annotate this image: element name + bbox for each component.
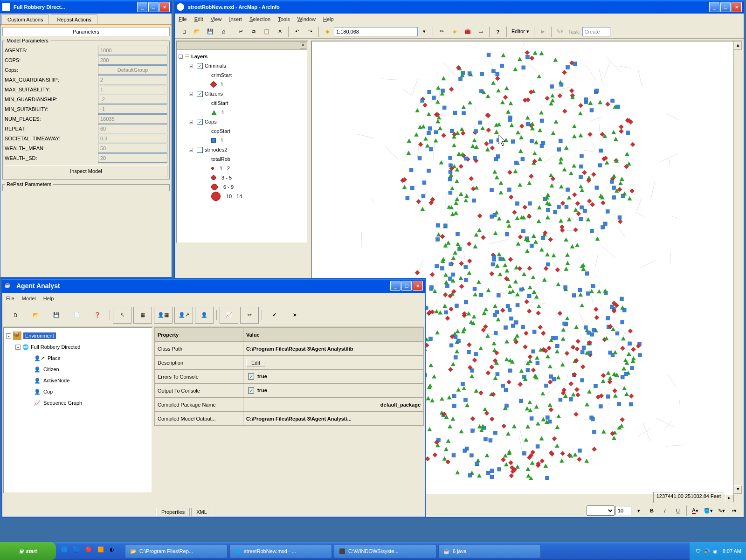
layer-checkbox[interactable]: ✓ <box>197 119 203 125</box>
sketch-tool-icon[interactable]: ✎▾ <box>554 26 566 37</box>
tree-node[interactable]: Place <box>48 355 61 361</box>
prop-value[interactable]: default_package <box>243 398 424 412</box>
layers-root[interactable]: Layers <box>191 54 207 59</box>
save-model-icon[interactable]: 💾 <box>47 307 66 324</box>
app-icon[interactable]: ◐ <box>110 546 119 556</box>
new-model-icon[interactable]: 🗋 <box>6 307 25 324</box>
model-tree[interactable]: - 📦 Environment - 🌐 Full Robbery Directe… <box>3 327 152 493</box>
param-input[interactable] <box>98 95 167 104</box>
tab-parameters[interactable]: Parameters <box>2 27 170 36</box>
prop-value[interactable]: C:\Program Files\Repast 3\Agent Analyst\… <box>243 342 424 356</box>
select-tool-icon[interactable]: ↖ <box>113 307 131 324</box>
font-size-input[interactable] <box>615 506 631 515</box>
maximize-button[interactable]: □ <box>148 2 159 12</box>
close-button[interactable]: × <box>159 2 170 12</box>
menu-view[interactable]: View <box>207 16 226 22</box>
param-input[interactable] <box>98 65 167 75</box>
scale-input[interactable] <box>334 27 418 36</box>
bold-icon[interactable]: B <box>646 505 657 516</box>
toc-body[interactable]: -☰Layers-✓Criminals crimStart1-✓Citizens… <box>177 50 307 243</box>
media-icon[interactable]: 🔴 <box>85 546 95 556</box>
menu-selection[interactable]: Selection <box>246 16 274 22</box>
tab-custom-actions[interactable]: Custom Actions <box>1 14 49 24</box>
param-input[interactable] <box>98 85 167 94</box>
prop-checkbox[interactable]: ✓ <box>248 387 254 394</box>
edit-icon[interactable]: ✏ <box>240 307 259 324</box>
minimize-button[interactable]: _ <box>390 281 401 291</box>
edit-tool-icon[interactable]: ▶ <box>537 26 548 37</box>
delete-icon[interactable]: ✕ <box>274 26 285 37</box>
new-icon[interactable]: 🗋 <box>179 26 190 37</box>
start-button[interactable]: ⊞start <box>0 542 56 560</box>
desktop-icon[interactable]: 🟧 <box>97 546 107 556</box>
collapse-icon[interactable]: - <box>6 333 11 339</box>
tray-icon[interactable]: ◉ <box>713 548 718 554</box>
param-input[interactable] <box>98 46 167 55</box>
tray-icon[interactable]: 🛡 <box>696 548 701 554</box>
marker-color-icon[interactable]: •▾ <box>729 505 740 516</box>
chart-icon[interactable]: 📈 <box>220 307 238 324</box>
editor-dropdown[interactable]: Editor ▾ <box>509 28 532 35</box>
tree-node[interactable]: Citizen <box>43 366 59 372</box>
help-icon[interactable]: ❓ <box>88 307 107 324</box>
print-icon[interactable]: 🖨 <box>218 26 229 37</box>
close-button[interactable]: × <box>413 281 423 291</box>
prop-value[interactable]: C:\Program Files\Repast 3\Agent Analyst\… <box>243 412 424 426</box>
layer-name[interactable]: Criminals <box>205 63 226 69</box>
ie2-icon[interactable]: 🟦 <box>73 546 83 556</box>
font-size-dropdown[interactable]: ▾ <box>633 505 644 516</box>
clock[interactable]: 8:07 AM <box>723 548 741 554</box>
param-input[interactable] <box>98 104 167 114</box>
param-input[interactable] <box>98 114 167 124</box>
gis-agent-icon[interactable]: 👤▦ <box>154 307 173 324</box>
underline-icon[interactable]: U <box>672 505 684 516</box>
minimize-button[interactable]: _ <box>137 2 147 12</box>
redo-icon[interactable]: ↷ <box>304 26 316 37</box>
line-color-icon[interactable]: ✎▾ <box>716 505 727 516</box>
agent-titlebar[interactable]: ☕ Agent Analyst _ □ × <box>2 279 425 293</box>
italic-icon[interactable]: I <box>659 505 670 516</box>
menu-tools[interactable]: Tools <box>274 16 294 22</box>
param-input[interactable] <box>98 75 167 84</box>
model-node[interactable]: Full Robbery Directed <box>31 344 80 350</box>
undo-icon[interactable]: ↶ <box>291 26 303 37</box>
save-icon[interactable]: 💾 <box>205 26 216 37</box>
collapse-icon[interactable]: - <box>15 345 21 350</box>
tree-node[interactable]: Cop <box>43 389 53 394</box>
tree-node[interactable]: Sequence Graph <box>43 400 82 406</box>
menu-file[interactable]: File <box>2 296 18 301</box>
taskbar-button[interactable]: 📂C:\Program Files\Rep... <box>125 544 228 558</box>
compile-icon[interactable]: ➤ <box>285 307 304 324</box>
editor-toolbar-icon[interactable]: ✏ <box>436 26 447 37</box>
font-select[interactable] <box>587 505 615 516</box>
cut-icon[interactable]: ✂ <box>235 26 246 37</box>
tray-icon[interactable]: 🔊 <box>704 548 710 554</box>
menu-help[interactable]: Help <box>40 296 58 301</box>
tab-repast-actions[interactable]: Repast Actions <box>51 14 97 24</box>
layer-name[interactable]: strnodes2 <box>205 147 227 152</box>
maximize-button[interactable]: □ <box>720 2 731 12</box>
param-input[interactable] <box>98 55 167 65</box>
system-tray[interactable]: 🛡 🔊 ◉ 8:07 AM <box>690 542 746 560</box>
export-icon[interactable]: 📄 <box>68 307 86 324</box>
command-line-icon[interactable]: ▭ <box>475 26 486 37</box>
edit-button[interactable]: Edit <box>246 359 265 367</box>
prop-value[interactable]: Edit <box>243 356 424 370</box>
menu-model[interactable]: Model <box>18 296 40 301</box>
agent-icon[interactable]: 👤 <box>195 307 214 324</box>
param-input[interactable] <box>98 124 167 133</box>
help-icon[interactable]: ? <box>492 26 504 37</box>
layer-checkbox[interactable]: ✓ <box>197 63 203 69</box>
open-model-icon[interactable]: 📂 <box>27 307 45 324</box>
catalog-icon[interactable]: ◈ <box>449 26 460 37</box>
add-data-icon[interactable]: ◆ <box>322 26 333 37</box>
env-node[interactable]: Environment <box>23 332 56 339</box>
run-icon[interactable]: ✔ <box>265 307 283 324</box>
ie-icon[interactable]: 🌐 <box>61 546 70 556</box>
menu-help[interactable]: Help <box>319 16 338 22</box>
layer-name[interactable]: Citizens <box>205 91 223 97</box>
copy-icon[interactable]: ⧉ <box>248 26 259 37</box>
tab-properties[interactable]: Properties <box>156 508 190 516</box>
menu-edit[interactable]: Edit <box>191 16 207 22</box>
toc-close-icon[interactable]: × <box>300 42 306 48</box>
